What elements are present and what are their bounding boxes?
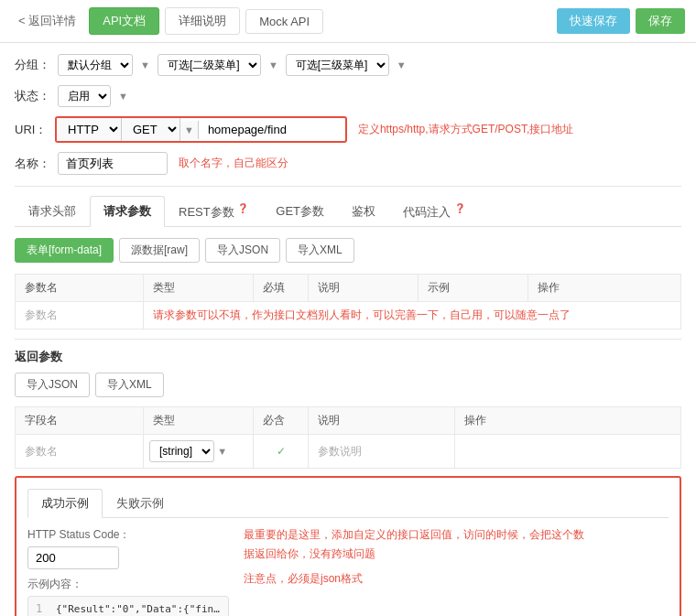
field-action-cell	[455, 435, 681, 469]
example-content-label: 示例内容：	[27, 577, 229, 592]
uri-method-select[interactable]: GET	[122, 118, 180, 141]
tab-api-doc[interactable]: API文档	[89, 7, 159, 35]
status-code-input[interactable]	[27, 546, 119, 569]
example-hint1: 最重要的是这里，添加自定义的接口返回值，访问的时候，会把这个数	[244, 527, 669, 543]
name-row: 名称： 取个名字，自己能区分	[15, 152, 681, 175]
status-label: 状态：	[15, 88, 50, 104]
uri-protocol-select[interactable]: HTTP	[57, 118, 122, 141]
field-name-cell: 参数名	[16, 435, 144, 469]
param-name-cell: 参数名	[16, 302, 144, 330]
uri-hint: 定义https/http,请求方式GET/POST,接口地址	[358, 122, 573, 137]
group2-arrow: ▼	[268, 59, 278, 70]
return-section-header: 返回参数	[15, 349, 681, 365]
return-import-btns: 导入JSON 导入XML	[15, 373, 681, 397]
status-arrow: ▼	[118, 91, 128, 102]
group2-select[interactable]: 可选[二级菜单]	[158, 54, 261, 76]
sub-tab-import-json[interactable]: 导入JSON	[205, 238, 280, 263]
tab-get-params[interactable]: GET参数	[262, 196, 338, 227]
tab-detail[interactable]: 详细说明	[165, 7, 240, 35]
col-field-action: 操作	[455, 407, 681, 435]
tab-rest-params[interactable]: REST参数 ❓	[165, 196, 262, 227]
tab-code-inject[interactable]: 代码注入 ❓	[389, 196, 479, 227]
col-required: 必填	[254, 275, 309, 302]
uri-label: URI：	[15, 122, 48, 138]
col-field-name: 字段名	[16, 407, 144, 435]
code-content: {"Result":"0","Data":{"findList":[{"fmId…	[56, 602, 221, 616]
col-action: 操作	[528, 275, 681, 302]
code-block: 1 {"Result":"0","Data":{"findList":[{"fm…	[27, 596, 229, 616]
example-tab-failure[interactable]: 失败示例	[103, 489, 178, 518]
uri-method-arrow: ▼	[180, 121, 199, 139]
col-example: 示例	[419, 275, 528, 302]
status-code-label: HTTP Status Code：	[27, 527, 229, 543]
example-form: HTTP Status Code： 示例内容： 1 {"Result":"0",…	[27, 527, 229, 616]
example-hints: 最重要的是这里，添加自定义的接口返回值，访问的时候，会把这个数 据返回给你，没有…	[229, 527, 669, 616]
quick-save-button[interactable]: 快速保存	[557, 8, 630, 34]
line-number: 1	[36, 602, 49, 615]
return-import-xml-btn[interactable]: 导入XML	[95, 373, 164, 397]
uri-path-input[interactable]	[199, 119, 345, 140]
status-select[interactable]: 启用	[58, 85, 111, 107]
divider1	[15, 186, 681, 187]
return-field-row: 参数名 [string] ▼ ✓ 参数说明	[16, 435, 681, 469]
uri-box: HTTP GET ▼	[55, 116, 347, 143]
col-type: 类型	[144, 275, 254, 302]
tab-auth[interactable]: 鉴权	[338, 196, 389, 227]
field-type-select[interactable]: [string]	[149, 440, 214, 462]
tab-request-header[interactable]: 请求头部	[15, 196, 90, 227]
divider2	[15, 339, 681, 340]
params-hint-cell: 请求参数可以不填，作为接口文档别人看时，可以完善一下，自己用，可以随意一点了	[144, 302, 681, 330]
group-row: 分组： 默认分组 ▼ 可选[二级菜单] ▼ 可选[三级菜单] ▼	[15, 54, 681, 76]
sub-tab-form-data[interactable]: 表单[form-data]	[15, 238, 114, 263]
group3-select[interactable]: 可选[三级菜单]	[286, 54, 389, 76]
uri-row: URI： HTTP GET ▼ 定义https/http,请求方式GET/POS…	[15, 116, 681, 143]
sub-tabs: 表单[form-data] 源数据[raw] 导入JSON 导入XML	[15, 238, 681, 263]
col-field-desc: 说明	[309, 407, 455, 435]
top-bar: < 返回详情 API文档 详细说明 Mock API 快速保存 保存	[0, 0, 696, 43]
tab-mock-api[interactable]: Mock API	[245, 9, 323, 34]
group1-arrow: ▼	[140, 59, 150, 70]
params-placeholder-row: 参数名 请求参数可以不填，作为接口文档别人看时，可以完善一下，自己用，可以随意一…	[16, 302, 681, 330]
col-desc: 说明	[309, 275, 419, 302]
status-row: 状态： 启用 ▼	[15, 85, 681, 107]
example-hint3: 注意点，必须是json格式	[244, 571, 669, 587]
back-button[interactable]: < 返回详情	[11, 9, 83, 33]
main-content: 分组： 默认分组 ▼ 可选[二级菜单] ▼ 可选[三级菜单] ▼ 状态： 启用 …	[0, 43, 696, 616]
group-label: 分组：	[15, 57, 50, 73]
return-import-json-btn[interactable]: 导入JSON	[15, 373, 90, 397]
return-section: 返回参数 导入JSON 导入XML 字段名 类型 必含 说明 操作 参数名	[15, 349, 681, 469]
sub-tab-raw[interactable]: 源数据[raw]	[119, 238, 200, 263]
col-param-name: 参数名	[16, 275, 144, 302]
return-section-title: 返回参数	[15, 349, 62, 365]
example-tab-success[interactable]: 成功示例	[27, 489, 103, 518]
name-label: 名称：	[15, 156, 50, 172]
col-field-type: 类型	[144, 407, 254, 435]
col-field-required: 必含	[254, 407, 309, 435]
name-hint: 取个名字，自己能区分	[179, 156, 288, 171]
params-table: 参数名 类型 必填 说明 示例 操作 参数名 请求参数可以不填，作为接口文档别人…	[15, 274, 681, 330]
group1-select[interactable]: 默认分组	[58, 54, 133, 76]
example-tabs: 成功示例 失败示例	[27, 489, 669, 518]
type-arrow: ▼	[217, 446, 227, 457]
field-required-cell: ✓	[254, 435, 309, 469]
group3-arrow: ▼	[397, 59, 407, 70]
request-tabs: 请求头部 请求参数 REST参数 ❓ GET参数 鉴权 代码注入 ❓	[15, 196, 681, 227]
example-content: HTTP Status Code： 示例内容： 1 {"Result":"0",…	[27, 527, 669, 616]
example-section: 成功示例 失败示例 HTTP Status Code： 示例内容： 1 {"Re…	[15, 476, 681, 616]
name-input[interactable]	[58, 152, 168, 175]
field-type-cell: [string] ▼	[144, 435, 254, 469]
sub-tab-import-xml[interactable]: 导入XML	[286, 238, 354, 263]
code-inject-badge: ❓	[454, 203, 465, 213]
save-button[interactable]: 保存	[636, 8, 685, 34]
rest-badge: ❓	[237, 203, 248, 213]
example-hint2: 据返回给你，没有跨域问题	[244, 546, 669, 562]
tab-request-params[interactable]: 请求参数	[90, 196, 165, 227]
field-desc-cell: 参数说明	[309, 435, 455, 469]
return-fields-table: 字段名 类型 必含 说明 操作 参数名 [string] ▼ ✓	[15, 406, 681, 469]
